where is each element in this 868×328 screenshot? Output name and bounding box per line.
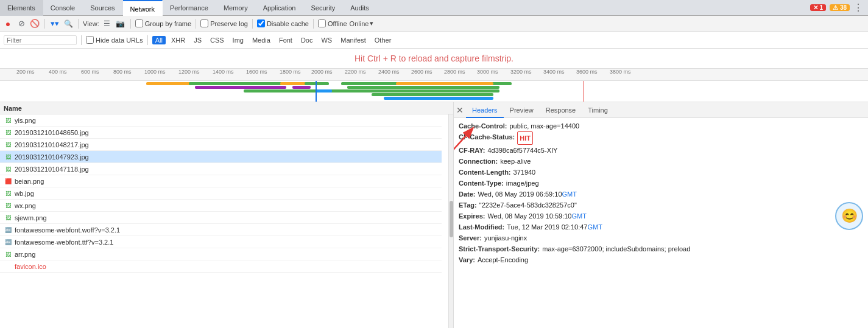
clear-button[interactable]: 🚫: [29, 18, 40, 29]
file-icon-9: 🔤: [4, 226, 12, 234]
file-row-11[interactable]: 🖼 arr.png: [0, 248, 442, 260]
tab-network[interactable]: Network: [123, 0, 163, 16]
file-name-2: 20190312101048217.jpg: [15, 141, 438, 148]
file-row-0[interactable]: 🖼 yis.png: [0, 114, 442, 127]
header-row-5: Content-Type: image/jpeg: [459, 178, 863, 189]
file-row-3[interactable]: 🖼 20190312101047923.jpg: [0, 151, 442, 163]
file-row-6[interactable]: 🖼 wb.jpg: [0, 187, 442, 200]
file-list-panel: Name 🖼 yis.png 🖼 20190312101048650.jpg 🖼…: [0, 102, 454, 328]
list-view-button[interactable]: ☰: [102, 18, 113, 29]
tick-2200ms: 2200 ms: [345, 69, 366, 75]
filter-button[interactable]: ▾▾: [49, 18, 60, 29]
header-key-10: Server:: [459, 232, 482, 243]
filter-js[interactable]: JS: [191, 36, 205, 44]
header-row-3: Connection: keep-alive: [459, 156, 863, 167]
file-row-1[interactable]: 🖼 20190312101048650.jpg: [0, 127, 442, 139]
offline-label: Offline: [328, 20, 347, 27]
header-row-10: Server: yunjiasu-nginx: [459, 232, 863, 243]
detail-tab-headers[interactable]: Headers: [466, 102, 504, 118]
disable-cache-checkbox[interactable]: Disable cache: [257, 19, 309, 27]
record-button[interactable]: ●: [2, 18, 13, 29]
error-badge: ✕ 1: [810, 4, 826, 11]
filter-other[interactable]: Other: [372, 36, 395, 44]
file-list-body: 🖼 yis.png 🖼 20190312101048650.jpg 🖼 2019…: [0, 114, 448, 328]
tab-security[interactable]: Security: [303, 0, 343, 16]
header-val-6: Wed, 08 May 2019 06:59:10: [478, 189, 562, 200]
tab-elements[interactable]: Elements: [0, 0, 43, 16]
file-row-7[interactable]: 🖼 wx.png: [0, 200, 442, 212]
file-row-4[interactable]: 🖼 20190312101047118.jpg: [0, 163, 442, 175]
tab-console[interactable]: Console: [43, 0, 83, 16]
sep5: [252, 19, 253, 29]
group-by-frame-checkbox[interactable]: Group by frame: [135, 19, 191, 27]
file-row-9[interactable]: 🔤 fontawesome-webfont.woff?v=3.2.1: [0, 224, 442, 236]
header-key-8: Expires:: [459, 211, 485, 222]
header-row-11: Strict-Transport-Security: max-age=63072…: [459, 243, 863, 254]
file-row-10[interactable]: 🔤 fontawesome-webfont.ttf?v=3.2.1: [0, 236, 442, 248]
sep6: [313, 19, 314, 29]
file-row-2[interactable]: 🖼 20190312101048217.jpg: [0, 139, 442, 151]
file-name-10: fontawesome-webfont.ttf?v=3.2.1: [15, 239, 438, 246]
file-icon-8: 🖼: [4, 214, 12, 222]
header-val-7: "2232e7-5ace4-583dc328257c0": [479, 200, 577, 211]
filter-media[interactable]: Media: [249, 36, 273, 44]
detail-tab-timing[interactable]: Timing: [582, 102, 614, 118]
filter-manifest[interactable]: Manifest: [337, 36, 369, 44]
header-key-6: Date:: [459, 189, 476, 200]
filter-all[interactable]: All: [152, 36, 166, 44]
search-button[interactable]: 🔍: [63, 18, 74, 29]
detail-body: Cache-Control: public, max-age=14400 CF-…: [454, 118, 868, 328]
filter-ws[interactable]: WS: [318, 36, 335, 44]
file-name-4: 20190312101047118.jpg: [15, 166, 438, 173]
tick-1600ms: 1600 ms: [246, 69, 267, 75]
filter-sep1: [81, 35, 82, 45]
file-name-3: 20190312101047923.jpg: [15, 153, 438, 161]
hide-data-urls-checkbox[interactable]: Hide data URLs: [86, 36, 143, 44]
tick-3200ms: 3200 ms: [510, 69, 532, 75]
header-val-blue-8: GMT: [571, 211, 586, 222]
stop-button[interactable]: ⊘: [16, 18, 27, 29]
file-icon-6: 🖼: [4, 189, 12, 198]
file-icon-3: 🖼: [4, 153, 12, 161]
header-val-blue-6: GMT: [562, 189, 577, 200]
header-key-3: Connection:: [459, 156, 498, 167]
offline-checkbox[interactable]: Offline: [318, 19, 347, 27]
filter-font[interactable]: Font: [276, 36, 295, 44]
screenshot-view-button[interactable]: 📷: [115, 18, 126, 29]
detail-tab-preview[interactable]: Preview: [504, 102, 540, 118]
file-name-8: sjewm.png: [15, 214, 438, 222]
tab-application[interactable]: Application: [256, 0, 304, 16]
online-label: Online: [350, 20, 369, 27]
file-name-7: wx.png: [15, 202, 438, 209]
tab-audits[interactable]: Audits: [343, 0, 377, 16]
tick-3000ms: 3000 ms: [477, 69, 498, 75]
filter-input[interactable]: [4, 35, 77, 45]
file-icon-5: 🟥: [4, 177, 12, 186]
scrollbar-track[interactable]: [448, 114, 453, 328]
preserve-log-checkbox[interactable]: Preserve log: [200, 19, 248, 27]
tick-800ms: 800 ms: [113, 69, 132, 75]
tab-performance[interactable]: Performance: [163, 0, 216, 16]
sep1: [44, 19, 45, 29]
filter-doc[interactable]: Doc: [298, 36, 316, 44]
filter-img[interactable]: Img: [230, 36, 247, 44]
throttle-dropdown[interactable]: Online ▾: [350, 19, 374, 27]
file-row-12[interactable]: favicon.ico: [0, 260, 442, 273]
file-row-8[interactable]: 🖼 sjewm.png: [0, 212, 442, 224]
file-icon-0: 🖼: [4, 116, 12, 125]
header-row-8: Expires: Wed, 08 May 2019 10:59:10 GMT: [459, 211, 863, 222]
scrollbar-thumb[interactable]: [450, 201, 453, 237]
file-row-5[interactable]: 🟥 beian.png: [0, 175, 442, 187]
filter-css[interactable]: CSS: [207, 36, 227, 44]
header-val-12: Accept-Encoding: [478, 254, 528, 265]
filter-xhr[interactable]: XHR: [168, 36, 188, 44]
group-by-frame-label: Group by frame: [145, 20, 191, 27]
tab-memory[interactable]: Memory: [216, 0, 256, 16]
header-val-9: Tue, 12 Mar 2019 02:10:47: [507, 222, 587, 232]
name-column-header: Name: [4, 105, 22, 112]
detail-tab-response[interactable]: Response: [540, 102, 582, 118]
tab-sources[interactable]: Sources: [83, 0, 122, 16]
close-detail-button[interactable]: ✕: [454, 102, 466, 118]
tick-3400ms: 3400 ms: [543, 69, 565, 75]
more-options-icon[interactable]: ⋮: [853, 2, 863, 13]
